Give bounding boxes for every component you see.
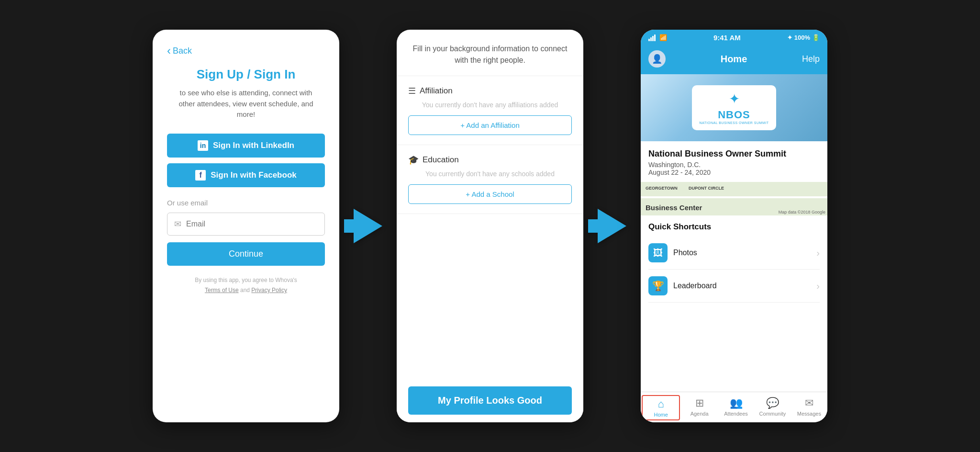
community-tab-icon: 💬 — [766, 397, 779, 409]
event-name: National Business Owner Summit — [648, 149, 820, 159]
shortcut-photos-left: 🖼 Photos — [648, 243, 697, 262]
map-road — [641, 196, 827, 198]
shortcut-photos[interactable]: 🖼 Photos › — [648, 237, 820, 270]
messages-tab-icon: ✉ — [805, 397, 813, 409]
email-icon: ✉ — [174, 219, 181, 229]
privacy-link[interactable]: Privacy Policy — [251, 287, 287, 294]
arrow-icon-1 — [354, 209, 382, 243]
battery-icon: 🔋 — [812, 34, 820, 41]
affiliation-label: ☰ Affiliation — [408, 86, 572, 96]
map-strip: GEORGETOWN DUPONT CIRCLE Business Center… — [641, 182, 827, 215]
home-tab-icon: ⌂ — [658, 398, 664, 410]
signal-bars — [648, 34, 656, 41]
terms-text: By using this app, you agree to Whova's … — [195, 266, 297, 296]
nav-help-button[interactable]: Help — [802, 54, 820, 64]
attendees-tab-label: Attendees — [724, 411, 748, 417]
linkedin-icon: in — [198, 140, 208, 151]
nav-title: Home — [721, 54, 747, 65]
profile-header-text: Fill in your background information to c… — [408, 43, 572, 66]
education-empty-text: You currently don't have any schools add… — [408, 170, 572, 178]
photos-chevron: › — [816, 248, 820, 259]
leaderboard-label: Leaderboard — [673, 282, 717, 290]
tab-bar: ⌂ Home ⊞ Agenda 👥 Attendees 💬 Community … — [641, 392, 827, 422]
education-icon: 🎓 — [408, 155, 419, 165]
leaderboard-icon: 🏆 — [652, 280, 664, 292]
nav-bar: 👤 Home Help — [641, 45, 827, 74]
map-credit: Map data ©2018 Google — [779, 210, 825, 215]
photos-icon-wrap: 🖼 — [648, 243, 668, 262]
shortcut-leaderboard-left: 🏆 Leaderboard — [648, 276, 717, 295]
facebook-btn-label: Sign In with Facebook — [211, 170, 296, 180]
map-label-dupont: DUPONT CIRCLE — [689, 186, 724, 191]
back-button[interactable]: Back — [167, 44, 192, 57]
signal-bar-3 — [652, 36, 654, 41]
terms-link[interactable]: Terms of Use — [205, 287, 239, 294]
screen1-signin: Back Sign Up / Sign In to see who else i… — [153, 30, 339, 422]
shortcuts-section: Quick Shortcuts 🖼 Photos › 🏆 — [641, 215, 827, 306]
home-tab-label: Home — [654, 412, 668, 418]
profile-good-button[interactable]: My Profile Looks Good — [408, 386, 572, 415]
event-date: August 22 - 24, 2020 — [648, 169, 820, 176]
bluetooth-icon: ✦ — [787, 34, 792, 41]
linkedin-btn-label: Sign In with LinkedIn — [213, 141, 294, 150]
email-input-container: ✉ — [167, 213, 325, 236]
event-location: Washington, D.C. — [648, 161, 820, 169]
linkedin-signin-button[interactable]: in Sign In with LinkedIn — [167, 134, 325, 158]
tab-messages[interactable]: ✉ Messages — [791, 395, 827, 420]
tab-attendees[interactable]: 👥 Attendees — [718, 395, 754, 420]
email-input[interactable] — [186, 220, 318, 228]
screen3-home: 📶 9:41 AM ✦ 100% 🔋 👤 Home Help ✦ — [641, 30, 827, 422]
leaderboard-icon-wrap: 🏆 — [648, 276, 668, 295]
facebook-signin-button[interactable]: f Sign In with Facebook — [167, 163, 325, 187]
signal-bar-1 — [648, 39, 650, 41]
affiliation-icon: ☰ — [408, 86, 416, 96]
arrow-icon-2 — [598, 209, 626, 243]
affiliation-section: ☰ Affiliation You currently don't have a… — [397, 76, 583, 145]
attendees-tab-icon: 👥 — [730, 397, 743, 409]
status-left: 📶 — [648, 34, 667, 41]
education-section: 🎓 Education You currently don't have any… — [397, 145, 583, 214]
screen2-profile: Fill in your background information to c… — [397, 30, 583, 422]
or-email-label: Or use email — [167, 199, 208, 207]
status-time: 9:41 AM — [713, 34, 741, 42]
battery-text: 100% — [794, 34, 810, 41]
map-label-georgetown: GEORGETOWN — [646, 186, 678, 191]
nbos-brand-text: NBOS — [718, 109, 750, 121]
nbos-sub-text: National Business Owner Summit — [700, 121, 769, 124]
wifi-icon: 📶 — [659, 34, 667, 41]
event-info: National Business Owner Summit Washingto… — [641, 141, 827, 182]
profile-footer: My Profile Looks Good — [397, 379, 583, 422]
sign-title: Sign Up / Sign In — [197, 67, 296, 82]
avatar[interactable]: 👤 — [648, 50, 666, 68]
signal-bar-4 — [654, 34, 656, 41]
nbos-logo: ✦ NBOS National Business Owner Summit — [692, 85, 777, 130]
sign-subtitle: to see who else is attending, connect wi… — [167, 88, 325, 120]
facebook-icon: f — [195, 170, 206, 181]
agenda-tab-label: Agenda — [690, 411, 709, 417]
continue-button[interactable]: Continue — [167, 242, 325, 266]
map-overlay-text: Business Center — [646, 203, 702, 212]
status-bar: 📶 9:41 AM ✦ 100% 🔋 — [641, 30, 827, 45]
arrow-2 — [583, 209, 641, 243]
arrow-1 — [339, 209, 397, 243]
signal-bar-2 — [650, 37, 652, 41]
shortcut-leaderboard[interactable]: 🏆 Leaderboard › — [648, 270, 820, 303]
tab-agenda[interactable]: ⊞ Agenda — [681, 395, 717, 420]
nbos-star-icon: ✦ — [729, 91, 740, 107]
agenda-tab-icon: ⊞ — [695, 397, 704, 409]
affiliation-empty-text: You currently don't have any affiliation… — [408, 101, 572, 109]
status-right: ✦ 100% 🔋 — [787, 34, 820, 41]
add-affiliation-button[interactable]: + Add an Affiliation — [408, 115, 572, 135]
education-label: 🎓 Education — [408, 155, 572, 165]
photos-icon: 🖼 — [653, 248, 663, 259]
profile-header: Fill in your background information to c… — [397, 30, 583, 76]
add-school-button[interactable]: + Add a School — [408, 184, 572, 204]
leaderboard-chevron: › — [816, 281, 820, 292]
photos-label: Photos — [673, 249, 697, 257]
community-tab-label: Community — [759, 411, 786, 417]
tab-home[interactable]: ⌂ Home — [642, 395, 680, 420]
shortcuts-title: Quick Shortcuts — [648, 222, 820, 232]
messages-tab-label: Messages — [797, 411, 821, 417]
event-banner: ✦ NBOS National Business Owner Summit — [641, 74, 827, 141]
tab-community[interactable]: 💬 Community — [754, 395, 791, 420]
